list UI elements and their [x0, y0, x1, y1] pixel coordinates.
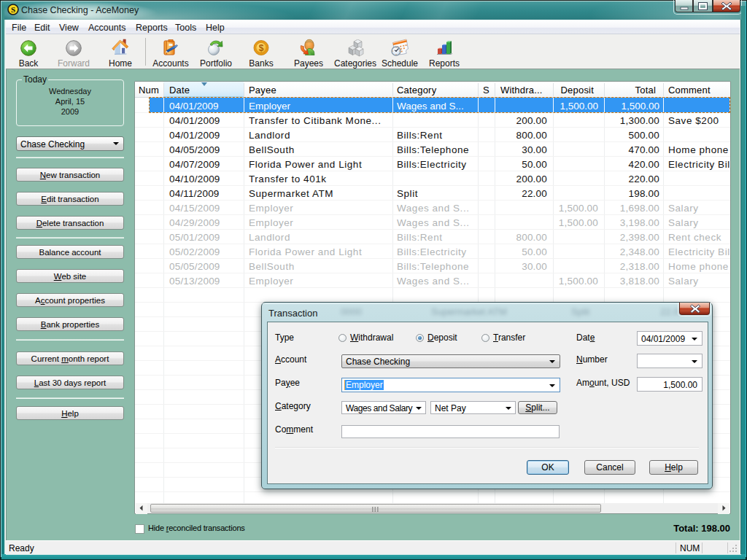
svg-text:$: $ [259, 43, 264, 53]
svg-text:S: S [11, 5, 15, 14]
